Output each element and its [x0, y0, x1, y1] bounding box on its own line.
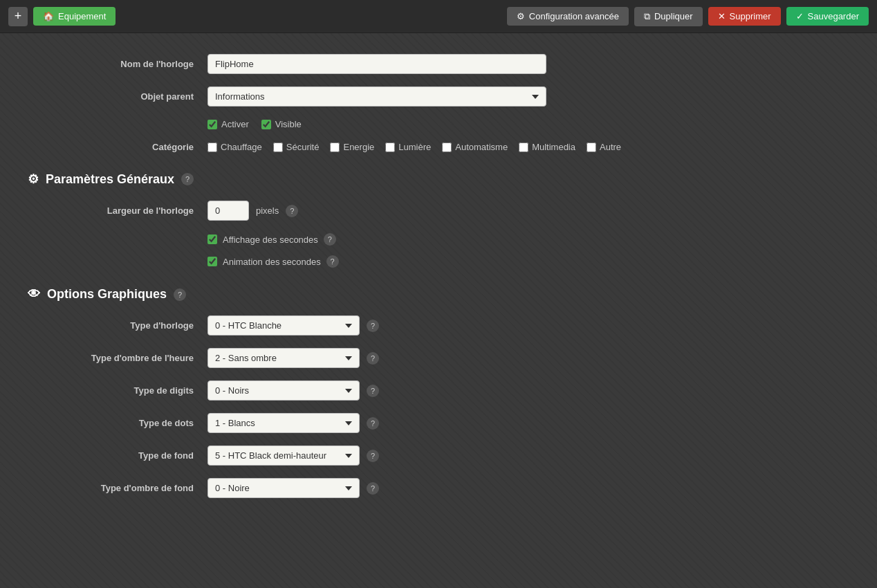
config-avancee-button[interactable]: ⚙ Configuration avancée: [507, 7, 629, 26]
cat-autre: Autre: [587, 142, 621, 152]
gear-section-icon: ⚙: [28, 172, 39, 187]
pixels-label: pixels: [256, 205, 279, 216]
affichage-secondes-row: Affichage des secondes ?: [207, 233, 849, 246]
cat-chauffage-checkbox[interactable]: [207, 143, 217, 152]
cat-energie-label: Energie: [343, 142, 374, 152]
type-ombre-fond-select-row: 0 - Noire 1 - Blanche 2 - Sans ombre ?: [207, 478, 379, 498]
cat-energie-checkbox[interactable]: [330, 143, 340, 152]
type-ombre-fond-row: Type d'ombre de fond 0 - Noire 1 - Blanc…: [28, 478, 849, 498]
largeur-help-icon[interactable]: ?: [286, 205, 298, 217]
cat-securite-label: Sécurité: [286, 142, 320, 152]
visible-checkbox[interactable]: [261, 120, 271, 129]
gear-icon: ⚙: [517, 11, 525, 21]
visible-item: Visible: [261, 119, 302, 129]
activer-label: Activer: [221, 119, 249, 129]
type-ombre-fond-label: Type d'ombre de fond: [28, 483, 207, 493]
equipement-button[interactable]: 🏠 Equipement: [33, 7, 116, 26]
main-content: Nom de l'horloge Objet parent Informatio…: [0, 33, 877, 531]
animation-secondes-checkbox[interactable]: [207, 257, 217, 266]
equipement-label: Equipement: [58, 11, 106, 21]
type-dots-label: Type de dots: [28, 418, 207, 428]
nav-left: + 🏠 Equipement: [8, 7, 116, 26]
type-horloge-label: Type d'horloge: [28, 320, 207, 331]
cat-lumiere-checkbox[interactable]: [385, 143, 395, 152]
graphique-options-help-icon[interactable]: ?: [174, 288, 186, 301]
type-digits-label: Type de digits: [28, 385, 207, 396]
cat-lumiere-label: Lumière: [398, 142, 431, 152]
type-ombre-heure-label: Type d'ombre de l'heure: [28, 353, 207, 363]
graphique-options-title: Options Graphiques: [47, 287, 167, 302]
sauvegarder-button[interactable]: ✓ Sauvegarder: [786, 7, 869, 26]
supprimer-label: Supprimer: [730, 11, 771, 21]
copy-icon: ⧉: [644, 11, 650, 22]
animation-secondes-help-icon[interactable]: ?: [326, 255, 339, 268]
type-fond-help-icon[interactable]: ?: [367, 450, 379, 462]
affichage-secondes-help-icon[interactable]: ?: [324, 233, 336, 246]
home-icon: 🏠: [43, 11, 54, 21]
activer-visible-row: Activer Visible: [207, 119, 849, 129]
type-fond-row: Type de fond 0 - Aucun 1 - Blanc 2 - Noi…: [28, 445, 849, 466]
type-dots-help-icon[interactable]: ?: [367, 417, 379, 430]
nom-horloge-row: Nom de l'horloge: [28, 54, 849, 74]
type-digits-select-row: 0 - Noirs 1 - Blancs 2 - Colorés ?: [207, 380, 379, 401]
graphique-options-header: 👁 Options Graphiques ?: [28, 287, 849, 302]
cat-multimedia-label: Multimedia: [532, 142, 575, 152]
cat-autre-label: Autre: [600, 142, 621, 152]
plus-button[interactable]: +: [8, 7, 28, 26]
type-ombre-heure-row: Type d'ombre de l'heure 0 - Noire 1 - Bl…: [28, 348, 849, 368]
cat-securite: Sécurité: [273, 142, 320, 152]
cat-automatisme-checkbox[interactable]: [442, 143, 452, 152]
cat-automatisme-label: Automatisme: [455, 142, 508, 152]
general-params-help-icon[interactable]: ?: [181, 173, 194, 185]
type-ombre-heure-help-icon[interactable]: ?: [367, 352, 379, 365]
type-horloge-help-icon[interactable]: ?: [367, 320, 379, 332]
animation-secondes-label: Animation des secondes: [223, 257, 321, 267]
cat-securite-checkbox[interactable]: [273, 143, 283, 152]
category-items: Chauffage Sécurité Energie Lumière Autom…: [207, 142, 621, 152]
pixel-row: pixels ?: [207, 201, 298, 221]
dupliquer-label: Dupliquer: [654, 11, 693, 21]
activer-item: Activer: [207, 119, 249, 129]
type-digits-row: Type de digits 0 - Noirs 1 - Blancs 2 - …: [28, 380, 849, 401]
dupliquer-button[interactable]: ⧉ Dupliquer: [634, 7, 703, 26]
cat-energie: Energie: [330, 142, 374, 152]
supprimer-button[interactable]: ✕ Supprimer: [708, 7, 781, 26]
type-horloge-select[interactable]: 0 - HTC Blanche 1 - HTC Noire 2 - Autre: [207, 315, 360, 336]
largeur-row: Largeur de l'horloge pixels ?: [28, 201, 849, 221]
activer-checkbox[interactable]: [207, 120, 217, 129]
type-horloge-select-row: 0 - HTC Blanche 1 - HTC Noire 2 - Autre …: [207, 315, 379, 336]
affichage-secondes-checkbox[interactable]: [207, 235, 217, 244]
cat-chauffage-label: Chauffage: [221, 142, 262, 152]
type-dots-select-row: 0 - Noirs 1 - Blancs 2 - Colorés ?: [207, 413, 379, 433]
config-avancee-label: Configuration avancée: [529, 11, 619, 21]
visible-label: Visible: [275, 119, 302, 129]
largeur-label: Largeur de l'horloge: [28, 205, 207, 216]
cat-autre-checkbox[interactable]: [587, 143, 596, 152]
type-ombre-heure-select[interactable]: 0 - Noire 1 - Blanche 2 - Sans ombre: [207, 348, 360, 368]
sauvegarder-label: Sauvegarder: [808, 11, 859, 21]
nav-right: ⚙ Configuration avancée ⧉ Dupliquer ✕ Su…: [507, 7, 869, 26]
general-params-header: ⚙ Paramètres Généraux ?: [28, 172, 849, 187]
type-ombre-fond-select[interactable]: 0 - Noire 1 - Blanche 2 - Sans ombre: [207, 478, 360, 498]
type-dots-select[interactable]: 0 - Noirs 1 - Blancs 2 - Colorés: [207, 413, 360, 433]
largeur-input[interactable]: [207, 201, 249, 221]
eye-section-icon: 👁: [28, 287, 40, 302]
affichage-secondes-label: Affichage des secondes: [223, 235, 318, 245]
categorie-row: Catégorie Chauffage Sécurité Energie Lum…: [28, 142, 849, 152]
objet-parent-select[interactable]: Informations: [207, 86, 546, 107]
type-fond-label: Type de fond: [28, 450, 207, 461]
type-digits-select[interactable]: 0 - Noirs 1 - Blancs 2 - Colorés: [207, 380, 360, 401]
type-digits-help-icon[interactable]: ?: [367, 385, 379, 397]
type-ombre-heure-select-row: 0 - Noire 1 - Blanche 2 - Sans ombre ?: [207, 348, 379, 368]
plus-icon: +: [15, 9, 22, 24]
nom-horloge-input[interactable]: [207, 54, 546, 74]
cat-lumiere: Lumière: [385, 142, 431, 152]
cat-multimedia-checkbox[interactable]: [519, 143, 528, 152]
type-horloge-row: Type d'horloge 0 - HTC Blanche 1 - HTC N…: [28, 315, 849, 336]
cat-multimedia: Multimedia: [519, 142, 575, 152]
type-ombre-fond-help-icon[interactable]: ?: [367, 482, 379, 495]
nom-horloge-label: Nom de l'horloge: [28, 59, 207, 69]
type-fond-select[interactable]: 0 - Aucun 1 - Blanc 2 - Noir 5 - HTC Bla…: [207, 445, 360, 466]
animation-secondes-row: Animation des secondes ?: [207, 255, 849, 268]
categorie-label: Catégorie: [28, 142, 207, 152]
